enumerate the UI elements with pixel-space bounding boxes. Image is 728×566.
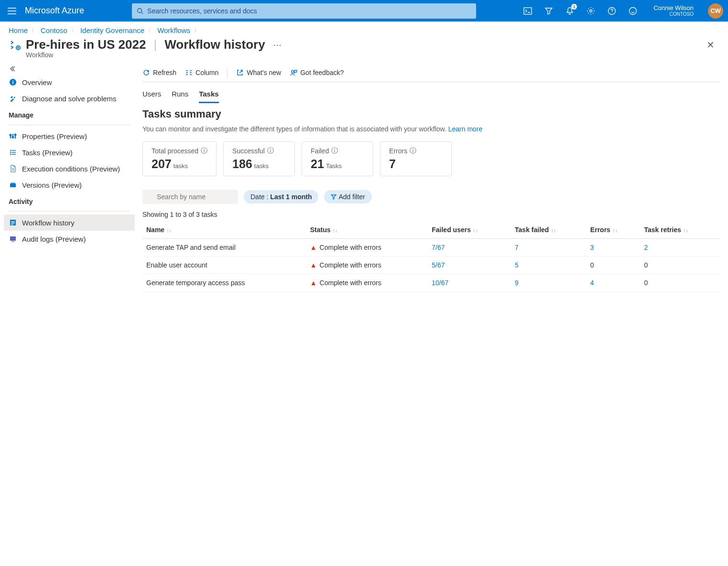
feedback-button[interactable]: Got feedback? (290, 69, 344, 76)
table-row[interactable]: Generate TAP and send email▲Complete wit… (142, 239, 720, 256)
search-icon (137, 8, 143, 14)
col-failed-users[interactable]: Failed users↑↓ (428, 221, 511, 239)
breadcrumb-item[interactable]: Home (9, 26, 28, 34)
sidebar: i Overview Diagnose and solve problems M… (0, 64, 139, 566)
sidebar-item-versions[interactable]: Versions (Preview) (4, 177, 135, 193)
breadcrumb-item[interactable]: Identity Governance (80, 26, 144, 34)
info-outline-icon: ⓘ (267, 147, 274, 155)
cell-retries: 0 (640, 274, 720, 292)
audit-icon (9, 235, 17, 243)
col-task-retries[interactable]: Task retries↑↓ (640, 221, 720, 239)
person-feedback-icon (290, 69, 297, 76)
svg-point-3 (138, 8, 142, 12)
learn-more-link[interactable]: Learn more (448, 125, 483, 133)
cell-task-failed[interactable]: 5 (511, 256, 587, 274)
sidebar-item-label: Properties (Preview) (22, 132, 87, 140)
cell-retries[interactable]: 2 (640, 239, 720, 256)
info-icon: i (9, 78, 17, 86)
date-filter-pill[interactable]: Date : Last 1 month (244, 190, 318, 203)
card-failed[interactable]: Failedⓘ 21Tasks (302, 141, 373, 176)
workflow-icon (9, 38, 22, 52)
svg-point-15 (10, 135, 11, 136)
main-content: Refresh Column What's new Got feedback? … (139, 64, 728, 566)
sidebar-item-workflow-history[interactable]: Workflow history (4, 214, 135, 231)
tab-tasks[interactable]: Tasks (199, 87, 218, 103)
card-errors[interactable]: Errorsⓘ 7 (380, 141, 452, 176)
sidebar-item-diagnose[interactable]: Diagnose and solve problems (4, 90, 135, 107)
add-filter-button[interactable]: Add filter (324, 190, 371, 203)
more-actions-icon[interactable]: ⋯ (273, 40, 282, 50)
cell-status: ▲Complete with errors (306, 274, 428, 292)
page-section: Workflow history (164, 37, 265, 52)
cell-task-failed[interactable]: 7 (511, 239, 587, 256)
page-title: Pre-hires in US 2022 (26, 37, 146, 52)
tab-runs[interactable]: Runs (172, 87, 188, 103)
column-button[interactable]: Column (185, 69, 218, 76)
warning-icon: ▲ (310, 261, 317, 269)
col-name[interactable]: Name↑↓ (142, 221, 306, 239)
info-outline-icon: ⓘ (410, 147, 416, 155)
versions-icon (9, 181, 17, 189)
global-search[interactable] (132, 3, 476, 19)
filter-icon[interactable] (543, 6, 554, 16)
sidebar-item-execution[interactable]: Execution conditions (Preview) (4, 160, 135, 177)
svg-rect-24 (11, 223, 15, 224)
tasks-table: Name↑↓ Status↑↓ Failed users↑↓ Task fail… (142, 221, 720, 292)
title-bar: Pre-hires in US 2022 | Workflow history … (0, 35, 728, 52)
history-icon (9, 218, 17, 227)
hamburger-menu-icon[interactable] (5, 4, 19, 18)
avatar[interactable]: CW (708, 3, 723, 19)
summary-heading: Tasks summary (142, 108, 720, 120)
external-link-icon (236, 69, 244, 76)
whats-new-button[interactable]: What's new (236, 69, 281, 76)
sidebar-item-overview[interactable]: i Overview (4, 74, 135, 90)
cell-task-failed[interactable]: 9 (511, 274, 587, 292)
sidebar-item-audit-logs[interactable]: Audit logs (Preview) (4, 231, 135, 247)
table-row[interactable]: Generate temporary access pass▲Complete … (142, 274, 720, 292)
doc-icon (9, 164, 17, 173)
help-icon[interactable] (607, 6, 617, 16)
feedback-smile-icon[interactable] (628, 6, 638, 16)
info-outline-icon: ⓘ (201, 147, 207, 155)
tabs: Users Runs Tasks (142, 82, 720, 103)
card-successful[interactable]: Successfulⓘ 186tasks (223, 141, 295, 176)
svg-point-17 (15, 134, 16, 136)
user-block[interactable]: Connie Wilson CONTOSO (653, 4, 694, 18)
cell-failed-users[interactable]: 7/67 (428, 239, 511, 256)
col-errors[interactable]: Errors↑↓ (587, 221, 641, 239)
cell-errors[interactable]: 3 (587, 239, 641, 256)
notifications-icon[interactable]: 1 (565, 6, 575, 16)
settings-icon[interactable] (586, 6, 596, 16)
sidebar-item-label: Tasks (Preview) (22, 149, 73, 157)
collapse-sidebar-icon[interactable] (4, 64, 135, 74)
tab-users[interactable]: Users (142, 87, 161, 103)
refresh-button[interactable]: Refresh (142, 69, 176, 76)
table-row[interactable]: Enable user account▲Complete with errors… (142, 256, 720, 274)
filter-row: Date : Last 1 month Add filter (142, 190, 720, 204)
search-by-name-input[interactable] (142, 190, 238, 204)
cloud-shell-icon[interactable] (522, 6, 533, 16)
breadcrumb-item[interactable]: Workflows (157, 26, 190, 34)
sidebar-item-properties[interactable]: Properties (Preview) (4, 128, 135, 144)
sidebar-item-label: Execution conditions (Preview) (22, 165, 120, 173)
col-task-failed[interactable]: Task failed↑↓ (511, 221, 587, 239)
cell-failed-users[interactable]: 10/67 (428, 274, 511, 292)
sidebar-item-tasks[interactable]: Tasks (Preview) (4, 144, 135, 160)
close-icon[interactable]: ✕ (706, 39, 719, 51)
brand-label[interactable]: Microsoft Azure (25, 6, 84, 16)
cell-errors[interactable]: 4 (587, 274, 641, 292)
svg-rect-21 (11, 182, 15, 183)
showing-count: Showing 1 to 3 of 3 tasks (142, 211, 720, 218)
cell-name: Generate temporary access pass (142, 274, 306, 292)
user-tenant: CONTOSO (670, 11, 694, 17)
cell-failed-users[interactable]: 5/67 (428, 256, 511, 274)
summary-description: You can monitor and investigate the diff… (142, 125, 720, 133)
info-outline-icon: ⓘ (331, 147, 338, 155)
sidebar-item-label: Overview (22, 78, 52, 86)
global-search-input[interactable] (147, 7, 471, 15)
cell-name: Generate TAP and send email (142, 239, 306, 256)
sidebar-item-label: Audit logs (Preview) (22, 235, 86, 243)
card-total-processed[interactable]: Total processedⓘ 207tasks (142, 141, 217, 176)
col-status[interactable]: Status↑↓ (306, 221, 428, 239)
breadcrumb-item[interactable]: Contoso (41, 26, 67, 34)
